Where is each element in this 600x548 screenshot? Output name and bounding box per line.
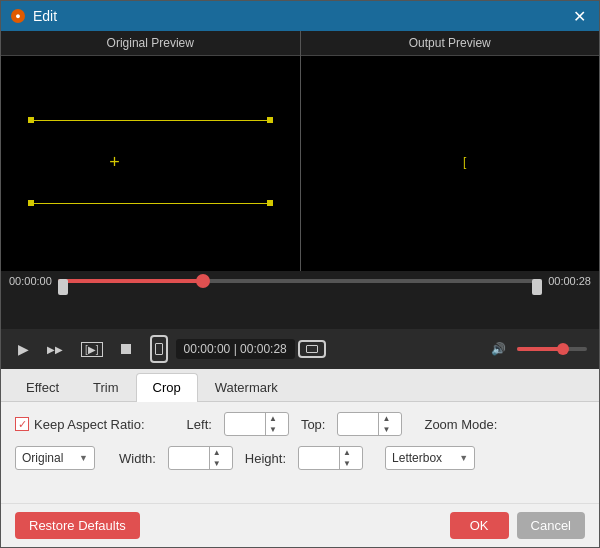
timeline-fill (58, 279, 203, 283)
keep-aspect-checkbox[interactable]: ✓ (15, 417, 29, 431)
left-input[interactable]: 0 (225, 417, 265, 431)
original-preview-content: + (1, 56, 300, 268)
width-spinbox-up[interactable]: ▲ (210, 447, 224, 458)
original-select-value: Original (22, 451, 63, 465)
width-spinbox[interactable]: 2560 ▲ ▼ (168, 446, 233, 470)
height-spinbox[interactable]: 1440 ▲ ▼ (298, 446, 363, 470)
volume-thumb[interactable] (557, 343, 569, 355)
preview-area: Original Preview + Output Preview [ (1, 31, 599, 271)
end-time-label: 00:00:28 (548, 275, 591, 287)
crop-row-2: Original ▼ Width: 2560 ▲ ▼ Height: 1440 … (15, 446, 585, 470)
play-button[interactable]: ▶ (13, 338, 34, 360)
output-preview-label: Output Preview (301, 31, 600, 56)
left-spinbox-up[interactable]: ▲ (266, 413, 280, 424)
step-forward-icon: ▶▶ (47, 344, 63, 355)
current-time-display: 00:00:00 | 00:00:28 (176, 339, 295, 359)
top-spinbox-down[interactable]: ▼ (379, 424, 393, 435)
crop-handle-bl[interactable] (28, 200, 34, 206)
top-label: Top: (301, 417, 326, 432)
crop-handle-br[interactable] (267, 200, 273, 206)
restore-defaults-button[interactable]: Restore Defaults (15, 512, 140, 539)
top-spinbox-arrows: ▲ ▼ (378, 413, 393, 435)
timeline-area: 00:00:00 00:00:28 (1, 271, 599, 329)
height-label: Height: (245, 451, 286, 466)
left-spinbox-arrows: ▲ ▼ (265, 413, 280, 435)
stop-icon (121, 344, 131, 354)
left-spinbox-down[interactable]: ▼ (266, 424, 280, 435)
dialog-icon: ● (11, 9, 25, 23)
edit-dialog: ● Edit ✕ Original Preview + O (0, 0, 600, 548)
timeline-track[interactable] (58, 279, 542, 283)
original-preview-label: Original Preview (1, 31, 300, 56)
keep-aspect-label: Keep Aspect Ratio: (34, 417, 145, 432)
crop-line-top (31, 120, 270, 121)
tabs-row: Effect Trim Crop Watermark (1, 369, 599, 402)
frame-step-icon: [▶] (81, 342, 103, 357)
start-time-label: 00:00:00 (9, 275, 52, 287)
original-preview-pane: Original Preview + (1, 31, 300, 271)
output-crosshair-icon: [ (463, 155, 466, 169)
timeline-thumb[interactable] (196, 274, 210, 288)
crop-row-1: ✓ Keep Aspect Ratio: Left: 0 ▲ ▼ Top: 0 … (15, 412, 585, 436)
zoom-mode-label: Zoom Mode: (424, 417, 497, 432)
width-spinbox-arrows: ▲ ▼ (209, 447, 224, 469)
original-select[interactable]: Original ▼ (15, 446, 95, 470)
crop-handle-tr[interactable] (267, 117, 273, 123)
close-button[interactable]: ✕ (569, 6, 589, 26)
title-bar: ● Edit ✕ (1, 1, 599, 31)
left-spinbox[interactable]: 0 ▲ ▼ (224, 412, 289, 436)
landscape-mode-icon[interactable] (298, 340, 326, 358)
original-select-arrow-icon: ▼ (79, 453, 88, 463)
volume-icon-button[interactable]: 🔊 (486, 339, 511, 359)
width-input[interactable]: 2560 (169, 451, 209, 465)
keep-aspect-ratio-wrapper: ✓ Keep Aspect Ratio: (15, 417, 145, 432)
left-label: Left: (187, 417, 212, 432)
tab-effect[interactable]: Effect (9, 373, 76, 401)
total-time-value: 00:00:28 (240, 342, 287, 356)
crosshair-icon: + (109, 152, 120, 173)
width-label: Width: (119, 451, 156, 466)
volume-slider[interactable] (517, 347, 587, 351)
playback-controls: ▶ ▶▶ [▶] 00:00:00 | 00:00:28 🔊 (1, 329, 599, 369)
height-spinbox-up[interactable]: ▲ (340, 447, 354, 458)
trim-handle-left[interactable] (58, 279, 68, 295)
step-forward-button[interactable]: ▶▶ (42, 341, 68, 358)
tab-watermark[interactable]: Watermark (198, 373, 295, 401)
timeline-row: 00:00:00 00:00:28 (9, 275, 591, 287)
output-preview-content: [ (301, 56, 600, 268)
checkbox-check-icon: ✓ (18, 418, 27, 431)
top-spinbox-up[interactable]: ▲ (379, 413, 393, 424)
stop-button[interactable] (116, 341, 136, 357)
bottom-buttons: Restore Defaults OK Cancel (1, 503, 599, 547)
tab-crop[interactable]: Crop (136, 373, 198, 402)
width-spinbox-down[interactable]: ▼ (210, 458, 224, 469)
portrait-mode-icon[interactable] (150, 335, 168, 363)
cancel-button[interactable]: Cancel (517, 512, 585, 539)
current-time-value: 00:00:00 (184, 342, 231, 356)
crop-handle-tl[interactable] (28, 117, 34, 123)
height-input[interactable]: 1440 (299, 451, 339, 465)
height-spinbox-down[interactable]: ▼ (340, 458, 354, 469)
letterbox-select-arrow-icon: ▼ (459, 453, 468, 463)
height-spinbox-arrows: ▲ ▼ (339, 447, 354, 469)
letterbox-select-value: Letterbox (392, 451, 442, 465)
trim-handle-right[interactable] (532, 279, 542, 295)
volume-control: 🔊 (486, 339, 587, 359)
letterbox-select[interactable]: Letterbox ▼ (385, 446, 475, 470)
frame-step-button[interactable]: [▶] (76, 339, 108, 360)
tab-trim[interactable]: Trim (76, 373, 136, 401)
crop-line-bottom (31, 203, 270, 204)
top-spinbox[interactable]: 0 ▲ ▼ (337, 412, 402, 436)
ok-button[interactable]: OK (450, 512, 509, 539)
output-preview-pane: Output Preview [ (301, 31, 600, 271)
dialog-title: Edit (33, 8, 569, 24)
crop-panel: ✓ Keep Aspect Ratio: Left: 0 ▲ ▼ Top: 0 … (1, 402, 599, 503)
top-input[interactable]: 0 (338, 417, 378, 431)
